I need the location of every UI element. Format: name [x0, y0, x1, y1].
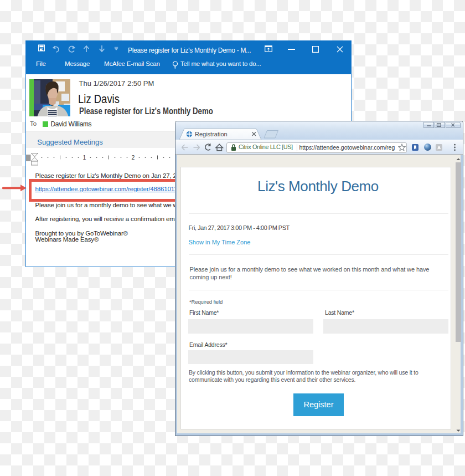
svg-text:1: 1 [83, 154, 86, 161]
svg-text:2: 2 [132, 154, 135, 161]
svg-text:Registration: Registration [195, 131, 228, 137]
